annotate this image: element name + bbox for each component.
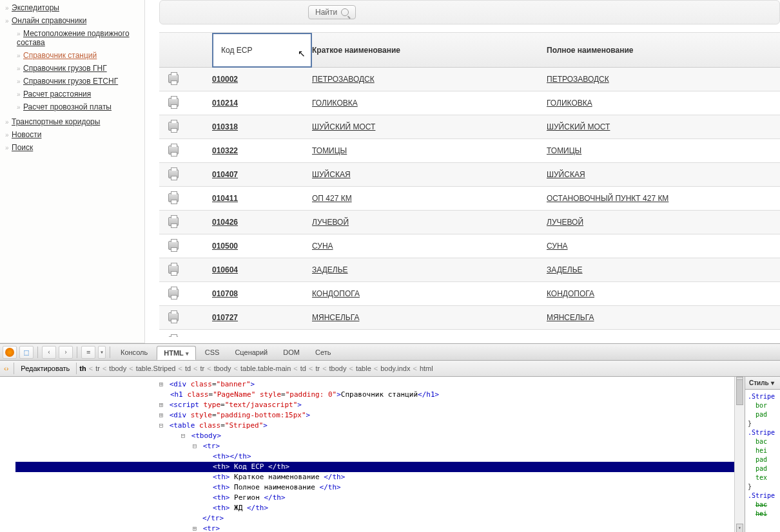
full-name-link[interactable]: ШУЙСКИЙ МОСТ bbox=[547, 122, 610, 131]
styles-tab[interactable]: Стиль ▾ bbox=[745, 377, 780, 390]
firebug-icon[interactable] bbox=[3, 346, 17, 359]
tab-script[interactable]: Сценарий bbox=[228, 346, 274, 359]
printer-icon[interactable] bbox=[168, 241, 179, 250]
full-name-link[interactable]: МЯНСЕЛЬГА bbox=[547, 313, 594, 322]
breadcrumb-item[interactable]: tbody bbox=[109, 365, 126, 372]
css-prop[interactable]: pad bbox=[748, 410, 777, 419]
css-prop[interactable]: pad bbox=[748, 455, 777, 464]
breadcrumb-item[interactable]: tr bbox=[95, 365, 100, 372]
printer-icon[interactable] bbox=[168, 98, 179, 107]
breadcrumb-item[interactable]: th bbox=[79, 365, 86, 372]
css-prop[interactable]: bac bbox=[748, 437, 777, 446]
sidebar-link[interactable]: Поиск bbox=[12, 143, 33, 152]
full-name-link[interactable]: ЛУЧЕВОЙ bbox=[547, 218, 583, 227]
full-name-link[interactable]: ГОЛИКОВКА bbox=[547, 99, 592, 108]
tab-dom[interactable]: DOM bbox=[277, 346, 306, 359]
tab-css[interactable]: CSS bbox=[199, 346, 226, 359]
short-name-link[interactable]: ЛУЧЕВОЙ bbox=[312, 218, 349, 227]
printer-icon[interactable] bbox=[168, 312, 179, 321]
breadcrumb-item[interactable]: html bbox=[420, 365, 433, 372]
breadcrumb-item[interactable]: table.table-main bbox=[240, 365, 291, 372]
printer-icon[interactable] bbox=[168, 74, 179, 83]
breadcrumb-item[interactable]: tbody bbox=[329, 365, 347, 372]
sidebar-link[interactable]: Экспедиторы bbox=[12, 3, 59, 12]
short-name-link[interactable]: ТОМИЦЫ bbox=[312, 146, 347, 155]
code-link[interactable]: 010727 bbox=[212, 313, 238, 322]
full-name-link[interactable]: СУНА bbox=[547, 242, 568, 251]
col-header-full[interactable]: Полное наименование bbox=[547, 46, 780, 55]
css-prop[interactable]: bac bbox=[748, 500, 777, 509]
printer-icon[interactable] bbox=[168, 217, 179, 226]
css-prop[interactable]: bor bbox=[748, 401, 777, 410]
code-scrollbar[interactable]: ▴ ▾ bbox=[734, 377, 745, 532]
sidebar-link[interactable]: Транспортные коридоры bbox=[12, 117, 100, 126]
nav-back-button[interactable]: ‹ bbox=[42, 346, 56, 359]
sidebar-sublink[interactable]: Местоположение подвижного состава bbox=[17, 29, 130, 47]
css-prop[interactable]: hei bbox=[748, 509, 777, 518]
css-prop[interactable]: tex bbox=[748, 473, 777, 482]
breadcrumb-item[interactable]: body.indx bbox=[380, 365, 410, 372]
menu-button[interactable]: ≡ bbox=[81, 346, 95, 359]
full-name-link[interactable]: ЗАДЕЛЬЕ bbox=[547, 265, 583, 274]
short-name-link[interactable]: ГОЛИКОВКА bbox=[312, 99, 358, 108]
code-link[interactable]: 010604 bbox=[212, 265, 238, 274]
inspect-button[interactable]: ⬚ bbox=[19, 346, 34, 359]
firebug-html-tree[interactable]: ⊞ <div class="banner"> <h1 class="PageNa… bbox=[0, 377, 734, 532]
short-name-link[interactable]: ОП 427 КМ bbox=[312, 194, 352, 203]
printer-icon[interactable] bbox=[168, 169, 179, 178]
tab-console[interactable]: Консоль bbox=[114, 346, 154, 359]
code-link[interactable]: 010214 bbox=[212, 99, 238, 108]
edit-button[interactable]: Редактировать bbox=[17, 365, 73, 372]
printer-icon[interactable] bbox=[168, 336, 179, 337]
col-header-code[interactable]: Код ЕСР ↖ bbox=[212, 33, 312, 68]
full-name-link[interactable]: КОНДОПОГА bbox=[547, 289, 594, 298]
short-name-link[interactable]: ПЕТРОЗАВОДСК bbox=[312, 75, 375, 84]
breadcrumb-item[interactable]: td bbox=[185, 365, 191, 372]
css-selector[interactable]: .Stripe bbox=[748, 392, 777, 401]
printer-icon[interactable] bbox=[168, 122, 179, 131]
sidebar-sublink[interactable]: Справочник грузов ГНГ bbox=[23, 64, 107, 73]
printer-icon[interactable] bbox=[168, 193, 179, 202]
search-button[interactable]: Найти bbox=[308, 5, 356, 19]
full-name-link[interactable]: ТОМИЦЫ bbox=[547, 146, 581, 155]
sidebar-sublink[interactable]: Расчет провозной платы bbox=[23, 102, 112, 111]
sidebar-link[interactable]: Новости bbox=[12, 130, 41, 139]
scroll-thumb[interactable] bbox=[736, 379, 743, 405]
css-prop[interactable]: hei bbox=[748, 446, 777, 455]
code-link[interactable]: 010708 bbox=[212, 289, 238, 298]
code-link[interactable]: 010500 bbox=[212, 242, 238, 251]
sidebar-sublink[interactable]: Справочник грузов ЕТСНГ bbox=[23, 77, 118, 86]
breadcrumb-item[interactable]: table.Striped bbox=[136, 365, 176, 372]
short-name-link[interactable]: ШУЙСКИЙ МОСТ bbox=[312, 122, 375, 131]
printer-icon[interactable] bbox=[168, 289, 179, 298]
selected-code-line[interactable]: <th> Код ЕСР </th> bbox=[15, 462, 734, 472]
breadcrumb-item[interactable]: table bbox=[356, 365, 371, 372]
full-name-link[interactable]: ШУЙСКАЯ bbox=[547, 170, 585, 179]
short-name-link[interactable]: МЯНСЕЛЬГА bbox=[312, 313, 359, 322]
short-name-link[interactable]: КОНДОПОГА bbox=[312, 289, 360, 298]
sidebar-sublink[interactable]: Справочник станций bbox=[23, 51, 97, 60]
code-link[interactable]: 010411 bbox=[212, 194, 238, 203]
sidebar-link[interactable]: Онлайн справочники bbox=[12, 16, 86, 25]
full-name-link[interactable]: ОСТАНОВОЧНЫЙ ПУНКТ 427 КМ bbox=[547, 194, 668, 203]
css-prop[interactable]: pad bbox=[748, 464, 777, 473]
code-link[interactable]: 010322 bbox=[212, 146, 238, 155]
col-header-short[interactable]: Краткое наименование bbox=[312, 46, 547, 55]
sidebar-sublink[interactable]: Расчет расстояния bbox=[23, 90, 91, 99]
nav-forward-button[interactable]: › bbox=[59, 346, 73, 359]
dropdown-button[interactable]: ▾ bbox=[98, 346, 106, 359]
scroll-down-icon[interactable]: ▾ bbox=[736, 524, 743, 532]
full-name-link[interactable]: ПЕТРОЗАВОДСК bbox=[547, 75, 609, 84]
code-link[interactable]: 010407 bbox=[212, 170, 238, 179]
tab-net[interactable]: Сеть bbox=[309, 346, 337, 359]
css-selector[interactable]: .Stripe bbox=[748, 428, 777, 437]
breadcrumb-item[interactable]: tbody bbox=[214, 365, 231, 372]
short-name-link[interactable]: ЗАДЕЛЬЕ bbox=[312, 265, 348, 274]
code-link[interactable]: 010002 bbox=[212, 75, 238, 84]
short-name-link[interactable]: ШУЙСКАЯ bbox=[312, 170, 351, 179]
tab-html[interactable]: HTML bbox=[157, 346, 196, 360]
short-name-link[interactable]: СУНА bbox=[312, 242, 333, 251]
printer-icon[interactable] bbox=[168, 265, 179, 274]
printer-icon[interactable] bbox=[168, 146, 179, 155]
code-link[interactable]: 010318 bbox=[212, 122, 238, 131]
